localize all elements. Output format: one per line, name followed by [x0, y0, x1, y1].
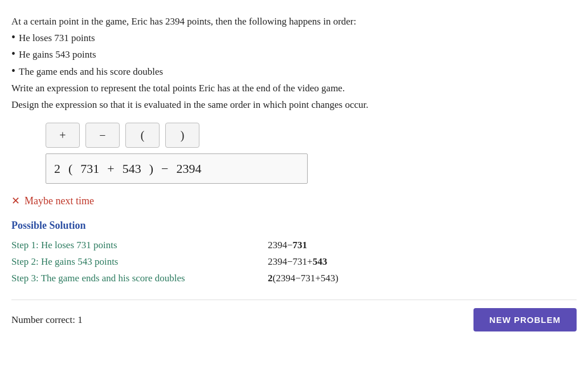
- expr-token-5: ): [149, 159, 153, 179]
- x-icon: ✕: [11, 193, 20, 209]
- expr-token-1: (: [68, 159, 72, 179]
- solution-step-3: Step 3: The game ends and his score doub…: [11, 270, 577, 286]
- step-1-desc: Step 1: He loses 731 points: [11, 237, 268, 253]
- number-correct: Number correct: 1: [11, 312, 83, 327]
- expr-token-0: 2: [54, 159, 60, 179]
- solution-step-2: Step 2: He gains 543 points 2394−731+543: [11, 254, 577, 269]
- feedback-incorrect: ✕ Maybe next time: [11, 193, 577, 209]
- bottom-bar: Number correct: 1 NEW PROBLEM: [11, 300, 577, 331]
- expr-token-4: 543: [122, 159, 141, 179]
- expression-area[interactable]: 2 ( 731 + 543 ) − 2394: [46, 153, 308, 184]
- step-3-expr: 2(2394−731+543): [268, 270, 338, 286]
- expr-token-2: 731: [80, 159, 99, 179]
- solution-title: Possible Solution: [11, 217, 577, 234]
- open-paren-button[interactable]: (: [125, 123, 160, 148]
- new-problem-button[interactable]: NEW PROBLEM: [473, 308, 577, 331]
- bullet-2: • He gains 543 points: [11, 47, 577, 62]
- bullet-text-2: He gains 543 points: [19, 47, 96, 62]
- bullet-dot-3: •: [11, 65, 15, 76]
- bullet-dot-2: •: [11, 48, 15, 59]
- instruction-2: Design the expression so that it is eval…: [11, 97, 577, 112]
- feedback-message: Maybe next time: [24, 193, 94, 209]
- expr-token-3: +: [107, 159, 114, 179]
- solution-section: Possible Solution Step 1: He loses 731 p…: [11, 217, 577, 286]
- step-2-expr: 2394−731+543: [268, 254, 327, 269]
- expr-token-6: −: [161, 159, 168, 179]
- solution-step-1: Step 1: He loses 731 points 2394−731: [11, 237, 577, 253]
- step-2-desc: Step 2: He gains 543 points: [11, 254, 268, 269]
- bullet-text-1: He loses 731 points: [19, 30, 95, 46]
- step-1-expr: 2394−731: [268, 237, 307, 253]
- plus-button[interactable]: +: [46, 123, 80, 148]
- problem-section: At a certain point in the game, Eric has…: [11, 14, 577, 112]
- problem-intro: At a certain point in the game, Eric has…: [11, 14, 577, 29]
- step-3-desc: Step 3: The game ends and his score doub…: [11, 270, 268, 286]
- bullet-dot-1: •: [11, 31, 15, 43]
- expr-token-7: 2394: [177, 159, 202, 179]
- operator-buttons-row: + − ( ): [46, 123, 577, 148]
- bullet-1: • He loses 731 points: [11, 30, 577, 46]
- minus-button[interactable]: −: [85, 123, 120, 148]
- close-paren-button[interactable]: ): [165, 123, 199, 148]
- bullet-3: • The game ends and his score doubles: [11, 64, 577, 79]
- bullet-text-3: The game ends and his score doubles: [19, 64, 163, 79]
- instruction-1: Write an expression to represent the tot…: [11, 80, 577, 96]
